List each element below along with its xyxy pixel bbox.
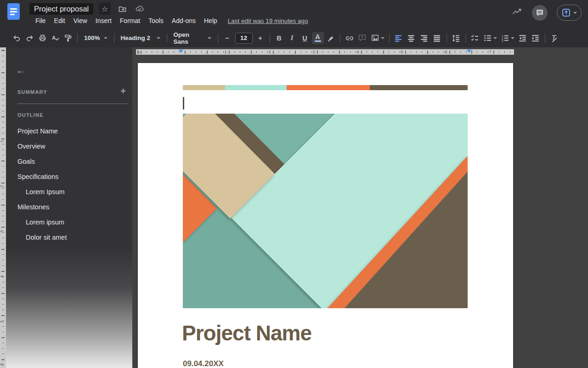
menu-format[interactable]: Format — [116, 16, 144, 26]
increase-font-size-button[interactable]: + — [254, 32, 266, 44]
left-indent-marker[interactable] — [179, 50, 183, 53]
paint-format-button[interactable] — [62, 32, 74, 44]
horizontal-ruler[interactable]: 1 1 2 3 4 5 6 7 — [136, 49, 514, 55]
outline-item-dolor-sit-amet[interactable]: Dolor sit amet — [6, 230, 132, 245]
align-center-button[interactable] — [406, 32, 418, 44]
right-indent-marker[interactable] — [467, 50, 471, 53]
align-right-button[interactable] — [418, 32, 430, 44]
menu-edit[interactable]: Edit — [50, 16, 69, 26]
menu-bar: File Edit View Insert Format Tools Add-o… — [31, 16, 308, 26]
text-cursor — [183, 97, 184, 109]
insert-image-button[interactable] — [369, 32, 386, 44]
justify-button[interactable] — [431, 32, 443, 44]
activity-dashboard-icon[interactable] — [512, 7, 523, 18]
decrease-font-size-button[interactable]: − — [221, 32, 233, 44]
text-color-button[interactable]: A — [312, 32, 324, 44]
document-title-input[interactable]: Project proposal — [29, 3, 93, 15]
menu-addons[interactable]: Add-ons — [168, 16, 200, 26]
app-header: Project proposal ☆ File Edit View Insert… — [0, 0, 588, 29]
redo-button[interactable] — [23, 32, 35, 44]
insert-link-button[interactable] — [344, 32, 356, 44]
font-select[interactable]: Open Sans — [170, 32, 215, 44]
bullet-list-button[interactable] — [482, 32, 498, 44]
menu-file[interactable]: File — [31, 16, 50, 26]
docs-logo-icon[interactable] — [7, 3, 20, 20]
document-page[interactable]: Project Name 09.04.20XX — [138, 63, 513, 368]
format-toolbar: A 100% Heading 2 Open Sans − 12 + B I U … — [0, 29, 588, 47]
menu-tools[interactable]: Tools — [144, 16, 168, 26]
document-heading[interactable]: Project Name — [182, 321, 311, 345]
document-date[interactable]: 09.04.20XX — [183, 359, 224, 368]
italic-button[interactable]: I — [286, 32, 298, 44]
outline-item-milestones[interactable]: Milestones — [6, 200, 132, 215]
menu-insert[interactable]: Insert — [91, 16, 116, 26]
increase-indent-button[interactable] — [530, 32, 542, 44]
share-dropdown-caret[interactable] — [573, 12, 577, 14]
show-comments-button[interactable] — [532, 5, 548, 21]
summary-divider — [17, 104, 129, 104]
outline-label: OUTLINE — [17, 112, 44, 118]
add-summary-button[interactable]: + — [120, 86, 126, 97]
menu-view[interactable]: View — [69, 16, 91, 26]
line-spacing-button[interactable] — [450, 32, 462, 44]
highlight-color-button[interactable] — [325, 32, 337, 44]
clear-formatting-button[interactable] — [548, 32, 560, 44]
undo-button[interactable] — [11, 32, 23, 44]
move-folder-icon[interactable] — [116, 3, 128, 15]
close-outline-icon[interactable]: ← — [16, 65, 26, 76]
spellcheck-button[interactable]: A — [49, 32, 61, 44]
svg-text:3: 3 — [502, 40, 503, 42]
outline-sidebar: ← SUMMARY + OUTLINE Project Name Overvie… — [6, 47, 132, 368]
outline-item-goals[interactable]: Goals — [6, 154, 132, 169]
cover-image[interactable] — [183, 114, 468, 308]
last-edit-link[interactable]: Last edit was 19 minutes ago — [228, 17, 308, 24]
outline-item-overview[interactable]: Overview — [6, 139, 132, 154]
outline-item-lorem-ipsum[interactable]: Lorem Ipsum — [6, 184, 132, 200]
saved-cloud-icon[interactable] — [134, 3, 146, 15]
numbered-list-button[interactable]: 123 — [499, 32, 516, 44]
paragraph-style-select[interactable]: Heading 2 — [117, 32, 164, 44]
underline-button[interactable]: U — [299, 32, 311, 44]
zoom-select[interactable]: 100% — [80, 32, 111, 44]
print-button[interactable] — [36, 32, 48, 44]
outline-list: Project Name Overview Goals Specificatio… — [6, 124, 132, 245]
outline-item-project-name[interactable]: Project Name — [6, 124, 132, 139]
svg-text:A: A — [52, 35, 56, 40]
share-button[interactable] — [557, 5, 582, 21]
checklist-button[interactable] — [469, 32, 481, 44]
outline-item-lorem-ipsum-2[interactable]: Lorem ipsum — [6, 215, 132, 230]
star-icon[interactable]: ☆ — [99, 3, 111, 15]
align-left-button[interactable] — [393, 32, 405, 44]
outline-item-specifications[interactable]: Specifications — [6, 169, 132, 184]
add-comment-button[interactable] — [356, 32, 368, 44]
document-canvas: 1 1 2 3 4 5 6 7 — [132, 47, 588, 368]
summary-label: SUMMARY — [17, 89, 47, 95]
menu-help[interactable]: Help — [200, 16, 221, 26]
decrease-indent-button[interactable] — [517, 32, 529, 44]
vertical-ruler[interactable]: 1 2 3 4 5 6 — [0, 47, 6, 368]
bold-button[interactable]: B — [273, 32, 285, 44]
header-color-bar — [183, 85, 468, 90]
font-size-input[interactable]: 12 — [235, 33, 253, 44]
text-color-swatch — [315, 40, 321, 42]
